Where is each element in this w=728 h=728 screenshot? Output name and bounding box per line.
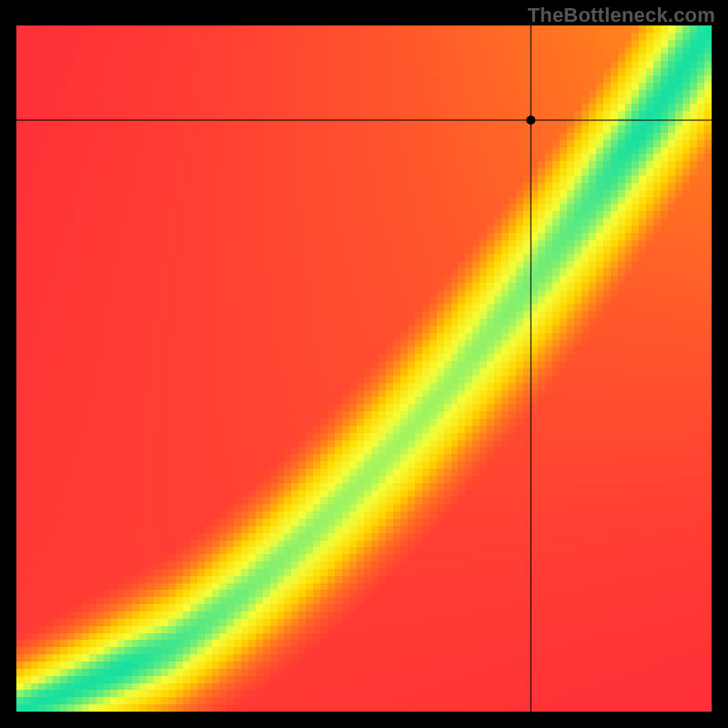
heatmap-canvas [0,0,728,728]
chart-container: TheBottleneck.com [0,0,728,728]
watermark-text: TheBottleneck.com [528,4,715,27]
